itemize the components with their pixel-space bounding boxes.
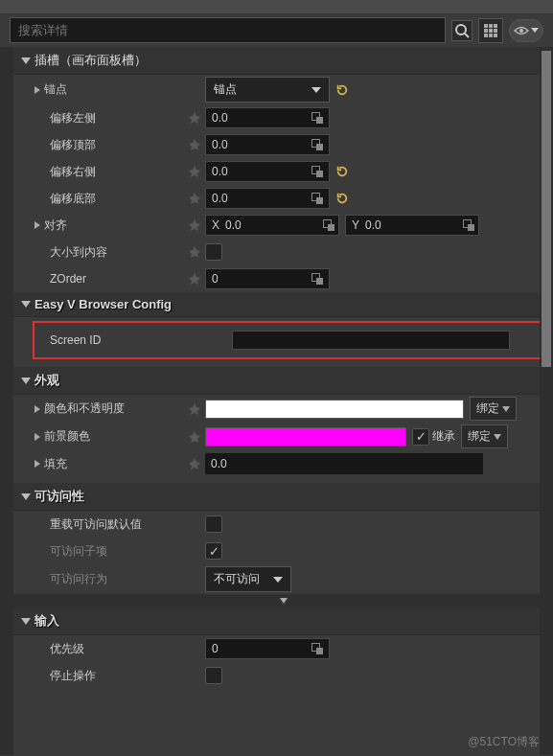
size-icon: [311, 643, 323, 654]
inherit-label: 继承: [432, 428, 455, 445]
pin-icon[interactable]: [188, 165, 201, 178]
screen-id-label: Screen ID: [50, 333, 101, 347]
expand-icon: [21, 493, 31, 500]
grid-icon: [484, 24, 497, 37]
color-swatch[interactable]: [205, 400, 464, 419]
offset-top-field[interactable]: 0.0: [205, 134, 330, 155]
size-to-content-checkbox[interactable]: [205, 243, 222, 261]
expand-icon: [21, 618, 31, 625]
expand-icon[interactable]: [35, 405, 40, 413]
expand-icon[interactable]: [35, 221, 40, 229]
details-panel: 插槽（画布面板槽） 锚点 锚点 偏移左侧 0.0 偏移顶部 0.0 偏移右侧 0…: [13, 47, 553, 755]
align-x-field[interactable]: X0.0: [205, 215, 339, 236]
section-appearance[interactable]: 外观: [13, 367, 553, 395]
chevron-down-icon: [531, 28, 539, 33]
offset-right-field[interactable]: 0.0: [205, 161, 330, 182]
chevron-down-icon: [494, 434, 501, 440]
screen-id-input[interactable]: [232, 331, 510, 350]
section-title: 输入: [35, 612, 59, 630]
bind-button[interactable]: 绑定: [461, 424, 508, 448]
accessible-children-label: 可访问子项: [50, 543, 107, 560]
pin-icon[interactable]: [188, 138, 201, 151]
anchor-value: 锚点: [214, 81, 237, 98]
accessible-children-checkbox[interactable]: [205, 542, 222, 560]
pin-icon[interactable]: [188, 402, 201, 416]
size-icon: [311, 112, 323, 124]
pin-icon[interactable]: [188, 245, 201, 259]
expand-icon[interactable]: [35, 460, 40, 468]
scrollbar-thumb[interactable]: [541, 51, 551, 367]
zorder-field[interactable]: 0: [205, 268, 330, 289]
chevron-down-icon: [502, 406, 510, 412]
chevron-down-icon: [280, 598, 288, 604]
anchor-label: 锚点: [44, 81, 67, 98]
section-input[interactable]: 输入: [13, 607, 553, 635]
scrollbar[interactable]: [540, 47, 553, 755]
offset-left-label: 偏移左侧: [50, 110, 96, 126]
size-icon: [463, 219, 474, 231]
section-title: 插槽（画布面板槽）: [35, 52, 147, 69]
section-easyv[interactable]: Easy V Browser Config: [13, 292, 553, 317]
size-to-content-label: 大小到内容: [50, 244, 107, 261]
visibility-filter-button[interactable]: [509, 19, 543, 42]
section-title: 可访问性: [35, 488, 84, 505]
pin-icon[interactable]: [188, 192, 201, 205]
pin-icon[interactable]: [188, 430, 201, 444]
reset-button[interactable]: [335, 83, 349, 97]
highlight-box: Screen ID: [33, 321, 541, 359]
section-accessibility[interactable]: 可访问性: [13, 483, 553, 511]
grid-view-button[interactable]: [478, 18, 503, 43]
pin-icon[interactable]: [188, 457, 201, 470]
chevron-down-icon: [311, 87, 321, 93]
size-icon: [311, 273, 323, 285]
search-button[interactable]: [451, 20, 472, 41]
eye-icon: [514, 26, 529, 35]
size-icon: [311, 166, 323, 177]
reset-button[interactable]: [335, 165, 349, 178]
left-gutter: [0, 47, 13, 755]
override-accessible-label: 重载可访问默认值: [50, 516, 142, 533]
section-title: Easy V Browser Config: [35, 297, 172, 311]
search-icon: [454, 23, 470, 38]
expand-icon[interactable]: [35, 433, 40, 441]
chevron-down-icon: [273, 577, 283, 583]
size-icon: [323, 219, 334, 231]
inherit-checkbox-group: 继承: [412, 428, 455, 446]
bind-button[interactable]: 绑定: [470, 397, 517, 421]
zorder-label: ZOrder: [50, 272, 86, 286]
offset-bottom-label: 偏移底部: [50, 191, 96, 207]
priority-field[interactable]: 0: [205, 638, 330, 659]
padding-field[interactable]: 0.0: [205, 453, 483, 474]
search-input[interactable]: [10, 17, 446, 43]
expand-icon: [21, 301, 31, 308]
stop-action-label: 停止操作: [50, 668, 96, 684]
accessible-behavior-dropdown[interactable]: 不可访问: [205, 566, 291, 592]
watermark: @51CTO博客: [468, 734, 540, 750]
expand-icon[interactable]: [35, 86, 40, 94]
fgcolor-label: 前景颜色: [44, 428, 90, 445]
size-icon: [311, 139, 323, 150]
align-label: 对齐: [44, 218, 67, 234]
offset-bottom-field[interactable]: 0.0: [205, 188, 330, 209]
offset-right-label: 偏移右侧: [50, 164, 96, 180]
override-accessible-checkbox[interactable]: [205, 515, 222, 533]
inherit-checkbox[interactable]: [412, 428, 429, 446]
svg-point-0: [456, 25, 466, 34]
pin-icon[interactable]: [188, 111, 201, 125]
stop-action-checkbox[interactable]: [205, 667, 222, 684]
anchor-dropdown[interactable]: 锚点: [205, 77, 330, 103]
show-advanced-button[interactable]: [13, 594, 553, 607]
pin-icon[interactable]: [188, 218, 201, 232]
pin-icon[interactable]: [188, 272, 201, 286]
expand-icon: [21, 378, 31, 384]
size-icon: [311, 193, 323, 204]
align-y-field[interactable]: Y0.0: [345, 215, 479, 236]
reset-button[interactable]: [335, 192, 349, 205]
section-slot[interactable]: 插槽（画布面板槽）: [13, 47, 553, 75]
accessible-behavior-label: 可访问行为: [50, 571, 107, 587]
offset-left-field[interactable]: 0.0: [205, 107, 330, 128]
expand-icon: [21, 57, 31, 64]
fgcolor-swatch[interactable]: [205, 427, 406, 447]
svg-point-2: [519, 29, 523, 33]
priority-label: 优先级: [50, 641, 84, 657]
